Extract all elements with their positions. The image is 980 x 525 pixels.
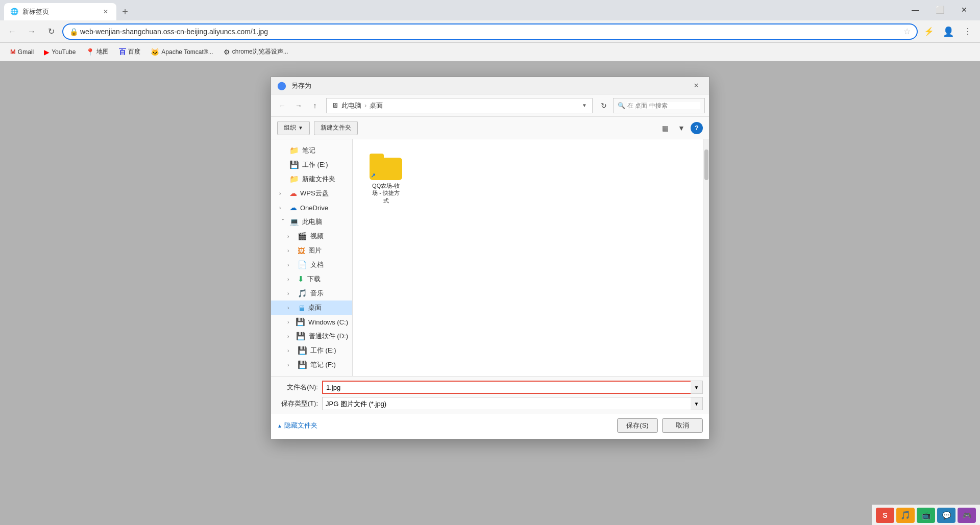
baidu-icon: 百 <box>119 47 126 57</box>
bookmark-gmail[interactable]: M Gmail <box>6 46 38 58</box>
tab-title: 新标签页 <box>22 7 97 16</box>
sidebar-item-label: OneDrive <box>300 204 328 212</box>
organize-button[interactable]: 组织 ▼ <box>277 121 310 135</box>
minimize-button[interactable]: — <box>903 2 927 17</box>
file-item-label: QQ农场-牧场 - 快捷方式 <box>372 182 400 204</box>
sidebar-item-this-pc[interactable]: › 💻 此电脑 <box>271 215 352 229</box>
sidebar-item-music[interactable]: › 🎵 音乐 <box>271 286 352 301</box>
view-dropdown-button[interactable]: ▼ <box>674 121 689 135</box>
gmail-icon: M <box>10 48 16 56</box>
expand-icon: › <box>287 234 295 239</box>
filename-input[interactable] <box>322 381 703 394</box>
reload-button[interactable]: ↻ <box>43 23 59 40</box>
sidebar-item-label: 工作 (E:) <box>302 160 328 169</box>
sidebar-item-work-e[interactable]: 💾 工作 (E:) <box>271 158 352 172</box>
bookmark-youtube[interactable]: ▶ YouTube <box>40 46 80 58</box>
bookmark-baidu[interactable]: 百 百度 <box>115 45 144 59</box>
tomcat-icon: 🐱 <box>151 48 159 56</box>
dialog-footer: 文件名(N): ▼ 保存类型(T): JPG 图片文件 (*.jpg) ▼ <box>271 376 709 414</box>
taskbar-icon-4[interactable]: 💬 <box>937 508 955 523</box>
tab-close-button[interactable]: ✕ <box>101 7 110 16</box>
filename-label: 文件名(N): <box>277 383 318 392</box>
sidebar-item-notes-f[interactable]: › 💾 笔记 (F:) <box>271 358 352 372</box>
hide-folders-button[interactable]: ▲ 隐藏文件夹 <box>277 421 317 430</box>
bookmark-maps-label: 地图 <box>96 47 109 56</box>
filetype-dropdown-button[interactable]: ▼ <box>691 397 703 410</box>
sidebar-item-label: 文档 <box>310 260 324 269</box>
browser-tab[interactable]: 🌐 新标签页 ✕ <box>4 3 116 20</box>
dialog-scrollbar[interactable] <box>703 139 709 376</box>
sidebar-item-label: 普通软件 (D:) <box>309 332 348 341</box>
cancel-button[interactable]: 取消 <box>662 418 703 433</box>
extensions-button[interactable]: ⚡ <box>921 23 937 40</box>
sidebar-item-software-d[interactable]: › 💾 普通软件 (D:) <box>271 329 352 343</box>
sidebar-item-label: 工作 (E:) <box>310 346 336 355</box>
address-bar[interactable] <box>80 28 903 36</box>
bookmark-gmail-label: Gmail <box>18 48 34 56</box>
profile-button[interactable]: 👤 <box>940 23 957 40</box>
maps-icon: 📍 <box>86 48 94 56</box>
sidebar-item-downloads[interactable]: › ⬇ 下载 <box>271 272 352 286</box>
dialog-refresh-button[interactable]: ↻ <box>597 98 611 113</box>
bookmark-youtube-label: YouTube <box>52 48 76 56</box>
taskbar-icon-5[interactable]: 🎮 <box>958 508 976 523</box>
bookmark-maps[interactable]: 📍 地图 <box>82 45 113 58</box>
filetype-row: 保存类型(T): JPG 图片文件 (*.jpg) ▼ <box>277 397 703 410</box>
page-content: 百度一下... 同城... ⬤ 另存为 × ← → ↑ 🖥 <box>0 61 980 525</box>
menu-button[interactable]: ⋮ <box>960 23 976 40</box>
save-button[interactable]: 保存(S) <box>617 418 658 433</box>
sidebar-item-notes[interactable]: 📁 笔记 <box>271 143 352 158</box>
dialog-action-buttons: ▲ 隐藏文件夹 保存(S) 取消 <box>271 414 709 439</box>
new-tab-button[interactable]: + <box>116 3 134 20</box>
back-button[interactable]: ← <box>4 23 20 40</box>
filename-dropdown-button[interactable]: ▼ <box>691 381 703 394</box>
close-button[interactable]: ✕ <box>952 2 976 17</box>
sidebar-item-label: 笔记 <box>302 146 315 155</box>
taskbar-icon-3[interactable]: 📺 <box>917 508 935 523</box>
search-icon: 🔍 <box>618 102 625 109</box>
bookmark-chrome-settings[interactable]: ⚙ chrome浏览器设声... <box>219 45 292 58</box>
help-button[interactable]: ? <box>691 122 703 134</box>
browser-toolbar: ← → ↻ 🔒 ☆ ⚡ 👤 ⋮ <box>0 20 980 43</box>
bookmark-star-icon[interactable]: ☆ <box>903 27 911 36</box>
sidebar-item-onedrive[interactable]: › ☁ OneDrive <box>271 201 352 215</box>
onedrive-icon: ☁ <box>289 203 297 212</box>
sidebar-item-label: 图片 <box>308 246 322 255</box>
sidebar-item-new-folder[interactable]: 📁 新建文件夹 <box>271 172 352 186</box>
file-item-qq-farm[interactable]: ↗ QQ农场-牧场 - 快捷方式 <box>363 149 409 208</box>
sidebar-item-documents[interactable]: › 📄 文档 <box>271 258 352 272</box>
dialog-chrome-icon: ⬤ <box>277 81 287 91</box>
dialog-back-button[interactable]: ← <box>275 98 289 113</box>
dialog-close-button[interactable]: × <box>690 80 703 91</box>
bookmark-tomcat[interactable]: 🐱 Apache Tomcat®... <box>146 46 217 58</box>
filename-input-wrap: ▼ <box>322 381 703 394</box>
dialog-search-box[interactable]: 🔍 <box>613 98 705 113</box>
expand-icon: › <box>287 277 295 282</box>
dialog-up-button[interactable]: ↑ <box>308 98 322 113</box>
dialog-titlebar: ⬤ 另存为 × <box>271 77 709 94</box>
sidebar-item-desktop[interactable]: › 🖥 桌面 <box>271 301 352 315</box>
sidebar-item-wps[interactable]: › ☁ WPS云盘 <box>271 186 352 201</box>
taskbar-icon-2[interactable]: 🎵 <box>896 508 915 523</box>
taskbar-icon-1[interactable]: S <box>876 508 894 523</box>
bookmark-chrome-label: chrome浏览器设声... <box>232 47 288 56</box>
new-folder-button[interactable]: 新建文件夹 <box>314 121 358 135</box>
dialog-overlay: ⬤ 另存为 × ← → ↑ 🖥 此电脑 › 桌面 ▼ ↻ <box>0 61 980 525</box>
search-input[interactable] <box>627 102 700 109</box>
filetype-select[interactable]: JPG 图片文件 (*.jpg) <box>322 397 703 410</box>
location-dropdown-icon[interactable]: ▼ <box>582 103 587 108</box>
filetype-label: 保存类型(T): <box>277 399 318 408</box>
sidebar-item-videos[interactable]: › 🎬 视频 <box>271 229 352 243</box>
dialog-forward-button[interactable]: → <box>291 98 306 113</box>
sidebar-item-pictures[interactable]: › 🖼 图片 <box>271 243 352 258</box>
sidebar-item-windows-c[interactable]: › 💾 Windows (C:) <box>271 315 352 329</box>
scrollbar-thumb[interactable] <box>704 149 708 180</box>
computer-icon: 💻 <box>289 217 299 227</box>
maximize-button[interactable]: ⬜ <box>928 2 951 17</box>
sidebar-item-work-e2[interactable]: › 💾 工作 (E:) <box>271 343 352 358</box>
sidebar-item-label: 此电脑 <box>302 217 322 227</box>
view-mode-button[interactable]: ▦ <box>658 121 672 135</box>
expand-icon: › <box>287 305 295 311</box>
forward-button[interactable]: → <box>23 23 40 40</box>
location-bar[interactable]: 🖥 此电脑 › 桌面 ▼ <box>326 98 593 113</box>
